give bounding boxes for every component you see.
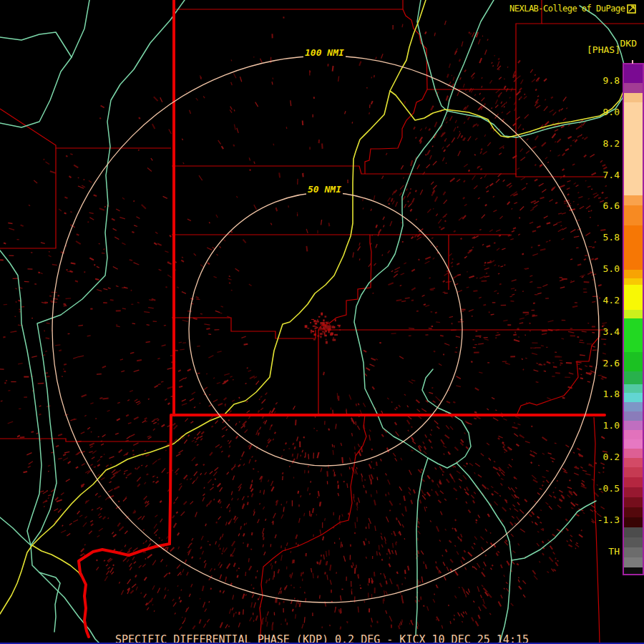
colorbar-segment — [624, 93, 643, 102]
colorbar-segment — [624, 285, 643, 310]
colorbar-segment — [624, 547, 643, 557]
colorbar-segment — [624, 371, 643, 384]
colorbar-segment — [624, 487, 643, 497]
product-units-label: [PHAS] — [587, 44, 620, 55]
colorbar-segment — [624, 557, 643, 567]
colorbar-segment — [624, 225, 643, 270]
colorbar-segment — [624, 517, 643, 527]
colorbar-segment — [624, 537, 643, 547]
colorbar-segment — [624, 318, 643, 353]
colorbar-top-notch — [632, 60, 633, 64]
product-mnemonic: DKD — [620, 38, 637, 49]
colorbar — [623, 63, 644, 575]
colorbar-segment — [624, 205, 643, 225]
colorbar-segment — [624, 278, 643, 285]
colorbar-segment — [624, 64, 643, 83]
colorbar-segment — [624, 384, 643, 393]
range-ring-label-100nmi: 100 NMI — [303, 48, 346, 58]
colorbar-segment — [624, 458, 643, 467]
colorbar-segment — [624, 352, 643, 371]
radar-echo-layer — [0, 16, 608, 630]
colorbar-segment — [624, 421, 643, 430]
site-title: NEXLAB-College of DuPage — [509, 4, 636, 14]
colorbar-segment — [624, 439, 643, 449]
colorbar-segment — [624, 449, 643, 458]
colorbar-segment — [624, 83, 643, 93]
state-borders — [79, 0, 605, 637]
colorbar-segment — [624, 527, 643, 537]
colorbar-segment — [624, 393, 643, 402]
colorbar-segment — [624, 430, 643, 439]
colorbar-segment — [624, 497, 643, 507]
colorbar-segments — [624, 64, 643, 574]
cod-window-icon — [627, 4, 636, 14]
radar-viewer: 100 NMI 50 NMI NEXLAB-College of DuPage … — [0, 0, 644, 644]
river-lines-green — [0, 0, 625, 644]
colorbar-segment — [624, 467, 643, 477]
colorbar-segment — [624, 507, 643, 517]
site-title-text: NEXLAB-College of DuPage — [509, 4, 625, 14]
colorbar-segment — [624, 567, 643, 574]
radar-map — [0, 0, 644, 644]
colorbar-segment — [624, 270, 643, 278]
colorbar-segment — [624, 102, 643, 195]
colorbar-segment — [624, 195, 643, 205]
colorbar-segment — [624, 310, 643, 318]
river-lines-yellow — [0, 0, 623, 614]
colorbar-segment — [624, 411, 643, 421]
colorbar-segment — [624, 477, 643, 487]
colorbar-segment — [624, 402, 643, 411]
range-ring-label-50nmi: 50 NMI — [306, 185, 343, 195]
